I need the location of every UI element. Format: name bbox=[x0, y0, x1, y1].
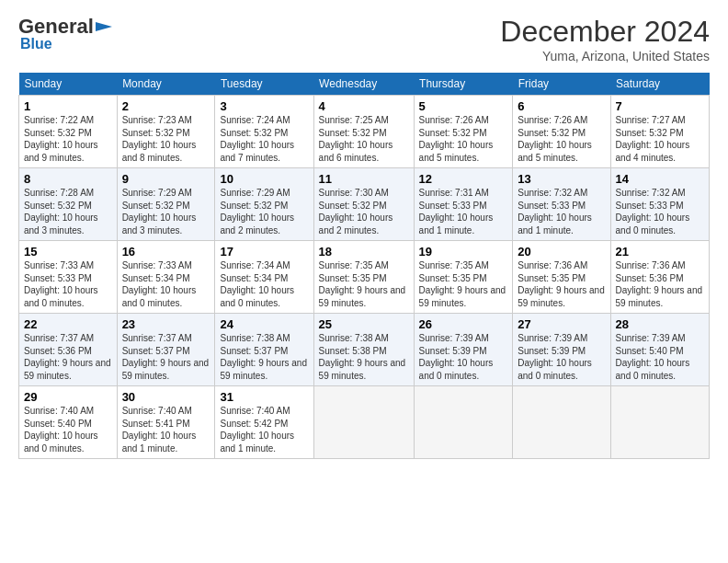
calendar-week-4: 22 Sunrise: 7:37 AM Sunset: 5:36 PM Dayl… bbox=[19, 314, 710, 386]
col-header-saturday: Saturday bbox=[610, 73, 709, 96]
day-number: 12 bbox=[419, 172, 508, 186]
day-info: Sunrise: 7:40 AM Sunset: 5:42 PM Dayligh… bbox=[220, 405, 308, 454]
day-info: Sunrise: 7:29 AM Sunset: 5:32 PM Dayligh… bbox=[220, 187, 308, 236]
calendar-cell: 2 Sunrise: 7:23 AM Sunset: 5:32 PM Dayli… bbox=[117, 96, 215, 168]
calendar-cell: 27 Sunrise: 7:39 AM Sunset: 5:39 PM Dayl… bbox=[513, 314, 610, 386]
day-info: Sunrise: 7:37 AM Sunset: 5:36 PM Dayligh… bbox=[24, 332, 112, 382]
calendar-week-1: 1 Sunrise: 7:22 AM Sunset: 5:32 PM Dayli… bbox=[19, 96, 710, 168]
day-number: 22 bbox=[24, 317, 112, 331]
header: General Blue December 2024 Yuma, Arizona… bbox=[18, 15, 710, 63]
calendar-cell: 3 Sunrise: 7:24 AM Sunset: 5:32 PM Dayli… bbox=[215, 96, 313, 168]
day-info: Sunrise: 7:25 AM Sunset: 5:32 PM Dayligh… bbox=[319, 114, 409, 164]
calendar-cell: 8 Sunrise: 7:28 AM Sunset: 5:32 PM Dayli… bbox=[19, 168, 118, 241]
calendar-cell: 1 Sunrise: 7:22 AM Sunset: 5:32 PM Dayli… bbox=[19, 96, 118, 168]
day-number: 28 bbox=[616, 317, 704, 331]
day-info: Sunrise: 7:23 AM Sunset: 5:32 PM Dayligh… bbox=[122, 114, 210, 164]
calendar-cell: 5 Sunrise: 7:26 AM Sunset: 5:32 PM Dayli… bbox=[414, 96, 513, 168]
day-number: 14 bbox=[616, 172, 704, 186]
day-info: Sunrise: 7:38 AM Sunset: 5:37 PM Dayligh… bbox=[220, 332, 308, 382]
calendar-cell bbox=[313, 386, 414, 459]
calendar-cell: 19 Sunrise: 7:35 AM Sunset: 5:35 PM Dayl… bbox=[414, 241, 513, 314]
day-number: 10 bbox=[220, 172, 308, 186]
day-number: 20 bbox=[518, 245, 605, 259]
calendar-cell: 9 Sunrise: 7:29 AM Sunset: 5:32 PM Dayli… bbox=[117, 168, 215, 241]
logo-triangle-icon bbox=[96, 18, 112, 35]
day-info: Sunrise: 7:24 AM Sunset: 5:32 PM Dayligh… bbox=[220, 114, 308, 164]
calendar-cell bbox=[513, 386, 610, 459]
day-info: Sunrise: 7:30 AM Sunset: 5:32 PM Dayligh… bbox=[319, 187, 409, 236]
day-number: 29 bbox=[24, 390, 112, 404]
day-info: Sunrise: 7:37 AM Sunset: 5:37 PM Dayligh… bbox=[122, 332, 210, 382]
day-info: Sunrise: 7:32 AM Sunset: 5:33 PM Dayligh… bbox=[518, 187, 605, 236]
day-number: 9 bbox=[122, 172, 210, 186]
logo: General Blue bbox=[18, 15, 112, 52]
month-title: December 2024 bbox=[500, 15, 710, 49]
calendar-cell: 31 Sunrise: 7:40 AM Sunset: 5:42 PM Dayl… bbox=[215, 386, 313, 459]
calendar-table: SundayMondayTuesdayWednesdayThursdayFrid… bbox=[18, 73, 710, 459]
calendar-cell: 12 Sunrise: 7:31 AM Sunset: 5:33 PM Dayl… bbox=[414, 168, 513, 241]
calendar-cell: 7 Sunrise: 7:27 AM Sunset: 5:32 PM Dayli… bbox=[610, 96, 709, 168]
calendar-week-5: 29 Sunrise: 7:40 AM Sunset: 5:40 PM Dayl… bbox=[19, 386, 710, 459]
calendar-cell: 29 Sunrise: 7:40 AM Sunset: 5:40 PM Dayl… bbox=[19, 386, 118, 459]
day-info: Sunrise: 7:39 AM Sunset: 5:39 PM Dayligh… bbox=[518, 332, 605, 382]
day-number: 7 bbox=[616, 99, 704, 113]
day-info: Sunrise: 7:31 AM Sunset: 5:33 PM Dayligh… bbox=[419, 187, 508, 236]
day-info: Sunrise: 7:22 AM Sunset: 5:32 PM Dayligh… bbox=[24, 114, 112, 164]
day-info: Sunrise: 7:40 AM Sunset: 5:40 PM Dayligh… bbox=[24, 405, 112, 454]
day-number: 3 bbox=[220, 99, 308, 113]
location: Yuma, Arizona, United States bbox=[500, 49, 710, 63]
day-number: 24 bbox=[220, 317, 308, 331]
calendar-cell: 18 Sunrise: 7:35 AM Sunset: 5:35 PM Dayl… bbox=[313, 241, 414, 314]
day-number: 21 bbox=[616, 245, 704, 259]
day-number: 11 bbox=[319, 172, 409, 186]
day-info: Sunrise: 7:35 AM Sunset: 5:35 PM Dayligh… bbox=[419, 259, 508, 309]
day-number: 31 bbox=[220, 390, 308, 404]
calendar-cell: 17 Sunrise: 7:34 AM Sunset: 5:34 PM Dayl… bbox=[215, 241, 313, 314]
day-number: 6 bbox=[518, 99, 605, 113]
day-info: Sunrise: 7:34 AM Sunset: 5:34 PM Dayligh… bbox=[220, 259, 308, 309]
day-info: Sunrise: 7:40 AM Sunset: 5:41 PM Dayligh… bbox=[122, 405, 210, 454]
day-number: 23 bbox=[122, 317, 210, 331]
day-number: 18 bbox=[319, 245, 409, 259]
day-info: Sunrise: 7:36 AM Sunset: 5:35 PM Dayligh… bbox=[518, 259, 605, 309]
col-header-thursday: Thursday bbox=[414, 73, 513, 96]
calendar-cell: 13 Sunrise: 7:32 AM Sunset: 5:33 PM Dayl… bbox=[513, 168, 610, 241]
col-header-monday: Monday bbox=[117, 73, 215, 96]
day-number: 8 bbox=[24, 172, 112, 186]
calendar-cell: 16 Sunrise: 7:33 AM Sunset: 5:34 PM Dayl… bbox=[117, 241, 215, 314]
day-info: Sunrise: 7:33 AM Sunset: 5:34 PM Dayligh… bbox=[122, 259, 210, 309]
day-number: 13 bbox=[518, 172, 605, 186]
calendar-cell: 28 Sunrise: 7:39 AM Sunset: 5:40 PM Dayl… bbox=[610, 314, 709, 386]
calendar-cell: 25 Sunrise: 7:38 AM Sunset: 5:38 PM Dayl… bbox=[313, 314, 414, 386]
calendar-cell: 23 Sunrise: 7:37 AM Sunset: 5:37 PM Dayl… bbox=[117, 314, 215, 386]
day-number: 19 bbox=[419, 245, 508, 259]
calendar-cell: 24 Sunrise: 7:38 AM Sunset: 5:37 PM Dayl… bbox=[215, 314, 313, 386]
calendar-cell: 11 Sunrise: 7:30 AM Sunset: 5:32 PM Dayl… bbox=[313, 168, 414, 241]
col-header-tuesday: Tuesday bbox=[215, 73, 313, 96]
calendar-cell: 22 Sunrise: 7:37 AM Sunset: 5:36 PM Dayl… bbox=[19, 314, 118, 386]
day-info: Sunrise: 7:32 AM Sunset: 5:33 PM Dayligh… bbox=[616, 187, 704, 236]
calendar-cell: 26 Sunrise: 7:39 AM Sunset: 5:39 PM Dayl… bbox=[414, 314, 513, 386]
day-info: Sunrise: 7:39 AM Sunset: 5:39 PM Dayligh… bbox=[419, 332, 508, 382]
day-number: 5 bbox=[419, 99, 508, 113]
calendar-cell bbox=[414, 386, 513, 459]
day-number: 16 bbox=[122, 245, 210, 259]
page: General Blue December 2024 Yuma, Arizona… bbox=[0, 0, 728, 470]
day-number: 25 bbox=[319, 317, 409, 331]
calendar-cell: 6 Sunrise: 7:26 AM Sunset: 5:32 PM Dayli… bbox=[513, 96, 610, 168]
col-header-friday: Friday bbox=[513, 73, 610, 96]
calendar-week-3: 15 Sunrise: 7:33 AM Sunset: 5:33 PM Dayl… bbox=[19, 241, 710, 314]
day-info: Sunrise: 7:35 AM Sunset: 5:35 PM Dayligh… bbox=[319, 259, 409, 309]
calendar-cell: 21 Sunrise: 7:36 AM Sunset: 5:36 PM Dayl… bbox=[610, 241, 709, 314]
svg-marker-0 bbox=[96, 22, 112, 31]
title-area: December 2024 Yuma, Arizona, United Stat… bbox=[500, 15, 710, 63]
day-info: Sunrise: 7:36 AM Sunset: 5:36 PM Dayligh… bbox=[616, 259, 704, 309]
col-header-sunday: Sunday bbox=[19, 73, 118, 96]
calendar-week-2: 8 Sunrise: 7:28 AM Sunset: 5:32 PM Dayli… bbox=[19, 168, 710, 241]
calendar-cell: 20 Sunrise: 7:36 AM Sunset: 5:35 PM Dayl… bbox=[513, 241, 610, 314]
day-info: Sunrise: 7:27 AM Sunset: 5:32 PM Dayligh… bbox=[616, 114, 704, 164]
calendar-cell: 10 Sunrise: 7:29 AM Sunset: 5:32 PM Dayl… bbox=[215, 168, 313, 241]
day-number: 2 bbox=[122, 99, 210, 113]
day-info: Sunrise: 7:29 AM Sunset: 5:32 PM Dayligh… bbox=[122, 187, 210, 236]
day-info: Sunrise: 7:39 AM Sunset: 5:40 PM Dayligh… bbox=[616, 332, 704, 382]
